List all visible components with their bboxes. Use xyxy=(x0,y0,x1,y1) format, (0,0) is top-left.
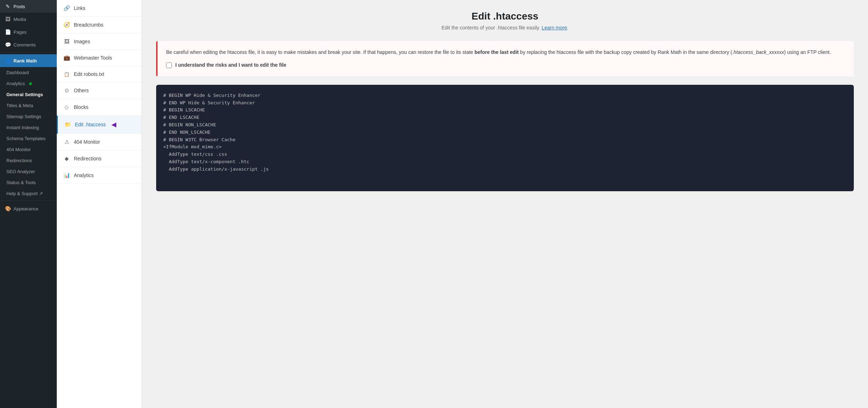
code-content: # BEGIN WP Hide & Security Enhancer # EN… xyxy=(163,92,847,173)
risk-checkbox-label[interactable]: I understand the risks and I want to edi… xyxy=(175,61,286,69)
learn-more-link[interactable]: Learn more xyxy=(542,25,567,31)
appearance-icon: 🎨 xyxy=(5,206,11,211)
secondary-item-others[interactable]: ⊙ Others xyxy=(57,82,142,99)
sidebar-item-posts[interactable]: ✎ Posts xyxy=(0,0,57,13)
sidebar-item-instant-indexing[interactable]: Instant Indexing xyxy=(0,122,57,133)
secondary-item-links[interactable]: 🔗 Links xyxy=(57,0,142,17)
images-icon: 🖼 xyxy=(63,38,70,44)
edit-htaccess-icon: 📁 xyxy=(64,121,71,128)
sidebar-item-status-tools[interactable]: Status & Tools xyxy=(0,177,57,188)
sidebar-item-analytics[interactable]: Analytics xyxy=(0,78,57,89)
secondary-item-edit-htaccess[interactable]: 📁 Edit .htaccess ◀ xyxy=(57,116,142,134)
sidebar-item-dashboard[interactable]: Dashboard xyxy=(0,67,57,78)
edit-robots-icon: 📋 xyxy=(63,72,70,77)
others-icon: ⊙ xyxy=(63,87,70,94)
sidebar-item-sitemap-settings[interactable]: Sitemap Settings xyxy=(0,111,57,122)
secondary-item-analytics[interactable]: 📊 Analytics xyxy=(57,167,142,184)
404-monitor-icon: ⚠ xyxy=(63,139,70,145)
warning-italic: .htaccess_back_xxxxxx xyxy=(732,49,784,55)
secondary-item-edit-robots[interactable]: 📋 Edit robots.txt xyxy=(57,66,142,82)
secondary-item-breadcrumbs[interactable]: 🧭 Breadcrumbs xyxy=(57,17,142,33)
warning-box: Be careful when editing the htaccess fil… xyxy=(156,41,854,76)
content-area: Edit .htaccess Edit the contents of your… xyxy=(142,0,868,408)
breadcrumbs-icon: 🧭 xyxy=(63,22,70,28)
sidebar-item-rank-math[interactable]: 👤 Rank Math xyxy=(0,54,57,67)
warning-checkbox-row: I understand the risks and I want to edi… xyxy=(166,61,845,69)
sidebar-item-404-monitor[interactable]: 404 Monitor xyxy=(0,144,57,155)
redirections-icon: ◆ xyxy=(63,155,70,162)
links-icon: 🔗 xyxy=(63,5,70,11)
page-header: Edit .htaccess Edit the contents of your… xyxy=(156,11,854,31)
secondary-item-images[interactable]: 🖼 Images xyxy=(57,33,142,50)
secondary-item-blocks[interactable]: ◇ Blocks xyxy=(57,99,142,116)
sidebar-item-pages[interactable]: 📄 Pages xyxy=(0,26,57,38)
page-subtitle: Edit the contents of your .htaccess file… xyxy=(156,25,854,31)
main-wrapper: 🔗 Links 🧭 Breadcrumbs 🖼 Images 💼 Webmast… xyxy=(57,0,868,408)
secondary-item-redirections[interactable]: ◆ Redirections xyxy=(57,150,142,167)
code-editor[interactable]: # BEGIN WP Hide & Security Enhancer # EN… xyxy=(156,85,854,191)
comments-icon: 💬 xyxy=(5,42,11,48)
sidebar-item-general-settings[interactable]: General Settings xyxy=(0,89,57,100)
sidebar-item-media[interactable]: 🖼 Media xyxy=(0,13,57,26)
analytics-dot xyxy=(29,82,32,85)
divider-2 xyxy=(0,200,57,201)
pages-icon: 📄 xyxy=(5,29,11,35)
arrow-indicator: ◀ xyxy=(111,121,116,128)
sidebar-item-comments[interactable]: 💬 Comments xyxy=(0,38,57,51)
posts-icon: ✎ xyxy=(5,4,11,9)
secondary-item-webmaster-tools[interactable]: 💼 Webmaster Tools xyxy=(57,50,142,66)
warning-text: Be careful when editing the htaccess fil… xyxy=(166,48,845,56)
sidebar-item-schema-templates[interactable]: Schema Templates xyxy=(0,133,57,144)
risk-checkbox[interactable] xyxy=(166,62,172,68)
sidebar-item-redirections[interactable]: Redirections xyxy=(0,155,57,166)
sidebar-item-titles-meta[interactable]: Titles & Meta xyxy=(0,100,57,111)
secondary-item-404-monitor[interactable]: ⚠ 404 Monitor xyxy=(57,134,142,150)
secondary-sidebar: 🔗 Links 🧭 Breadcrumbs 🖼 Images 💼 Webmast… xyxy=(57,0,142,408)
blocks-icon: ◇ xyxy=(63,104,70,110)
page-title: Edit .htaccess xyxy=(156,11,854,22)
rank-math-icon: 👤 xyxy=(5,58,11,64)
warning-bold: before the last edit xyxy=(474,49,518,55)
sidebar-item-appearance[interactable]: 🎨 Appearance xyxy=(0,202,57,215)
sidebar-item-seo-analyzer[interactable]: SEO Analyzer xyxy=(0,166,57,177)
left-sidebar: ✎ Posts 🖼 Media 📄 Pages 💬 Comments 👤 Ran… xyxy=(0,0,57,408)
media-icon: 🖼 xyxy=(5,16,11,22)
sidebar-item-help-support[interactable]: Help & Support ↗ xyxy=(0,188,57,199)
analytics-icon: 📊 xyxy=(63,172,70,178)
webmaster-tools-icon: 💼 xyxy=(63,55,70,61)
divider-1 xyxy=(0,53,57,53)
